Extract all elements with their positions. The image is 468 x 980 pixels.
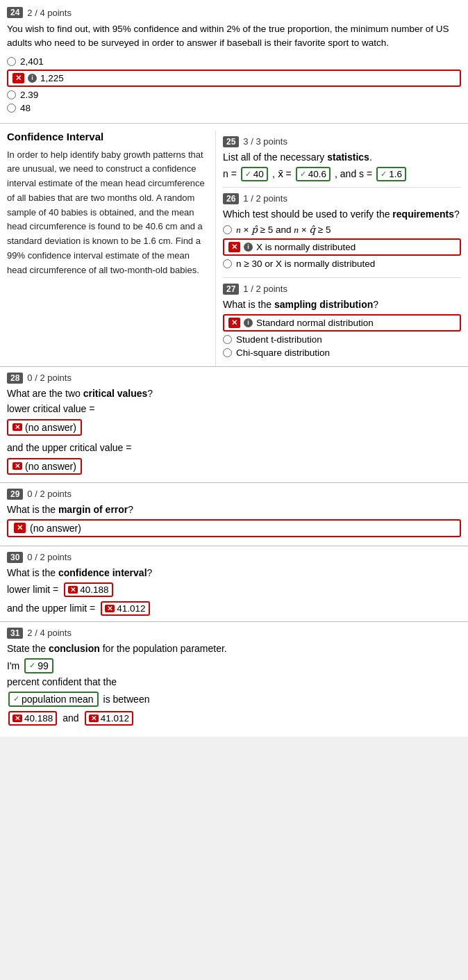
q27-option-1-text: Standard normal distribution	[256, 318, 374, 328]
ci-body: In order to help identify baby growth pa…	[7, 148, 206, 278]
info-dot: i	[28, 74, 37, 83]
q26-option-1[interactable]: n × p̂ ≥ 5 and n × q̂ ≥ 5	[223, 224, 461, 236]
q30-upper-input[interactable]: ✕ 41.012	[101, 601, 149, 616]
q25-n-input[interactable]: ✓ 40	[241, 167, 268, 181]
q27-option-3[interactable]: Chi-square distribution	[223, 348, 461, 358]
q24-points: 2 / 4 points	[27, 8, 72, 18]
q25-s-input[interactable]: ✓ 1.6	[376, 167, 406, 181]
q29-badge: 29	[7, 489, 23, 500]
q25-s-label: , and s =	[335, 168, 372, 179]
check-icon: ✓	[245, 170, 251, 179]
q31-upper-input[interactable]: ✕ 41.012	[85, 711, 133, 726]
q31-section: 31 2 / 4 points State the conclusion for…	[0, 621, 468, 737]
check-icon: ✓	[300, 170, 306, 179]
q24-text: You wish to find out, with 95% confidenc…	[7, 22, 461, 51]
q27-bold: sampling distribution	[274, 299, 373, 310]
q29-bold: margin of error	[58, 504, 128, 515]
q30-upper-clear[interactable]: ✕	[105, 605, 115, 612]
q29-text: What is the	[7, 504, 56, 515]
q24-selected-option[interactable]: ✕ i 1,225	[7, 70, 461, 87]
q28-upper-input[interactable]: ✕ (no answer)	[7, 458, 82, 475]
q30-points: 0 / 2 points	[27, 552, 72, 562]
info-dot: i	[244, 318, 253, 327]
q28-upper-clear[interactable]: ✕	[12, 462, 22, 470]
radio-circle	[223, 335, 232, 344]
q31-upper-clear[interactable]: ✕	[89, 714, 99, 722]
info-dot: i	[244, 243, 253, 252]
q29-points: 0 / 2 points	[27, 489, 72, 499]
q28-lower-label: lower critical value =	[7, 403, 94, 414]
q24-option-4[interactable]: 48	[7, 103, 461, 113]
q30-lower-clear[interactable]: ✕	[68, 586, 78, 594]
q31-pop-mean-val: population mean	[22, 694, 94, 705]
q24-option-2-text: 1,225	[40, 73, 64, 83]
q25-s-val: 1.6	[389, 169, 402, 179]
q31-pop-mean-input[interactable]: ✓ population mean	[8, 692, 99, 707]
q31-lower-clear[interactable]: ✕	[12, 714, 22, 722]
radio-circle	[7, 90, 16, 99]
q28-badge: 28	[7, 373, 23, 384]
radio-circle	[223, 348, 232, 357]
q30-bold: confidence interval	[58, 567, 147, 578]
q31-lower-val: 40.188	[24, 713, 53, 724]
q28-lower-clear[interactable]: ✕	[12, 423, 22, 431]
q25-xbar-val: 40.6	[308, 169, 326, 179]
q29-val: (no answer)	[30, 523, 81, 534]
q25-xbar-label: , x̄ =	[272, 168, 292, 179]
q24-option-1[interactable]: 2,401	[7, 56, 461, 67]
q27-option-2[interactable]: Student t-distribution	[223, 334, 461, 345]
q26-selected-option[interactable]: ✕ i X is normally distributed	[223, 238, 461, 256]
q28-lower-input[interactable]: ✕ (no answer)	[7, 419, 82, 436]
q31-text: State the	[7, 643, 46, 654]
q31-points: 2 / 4 points	[27, 628, 72, 638]
q27-deselect-button[interactable]: ✕	[228, 318, 240, 328]
q27-option-3-text: Chi-square distribution	[236, 348, 330, 358]
q27-points: 1 / 2 points	[243, 284, 287, 294]
q31-lower-input[interactable]: ✕ 40.188	[8, 711, 57, 726]
q26-option-3[interactable]: n ≥ 30 or X is normally distributed	[223, 259, 461, 269]
radio-circle	[7, 57, 16, 66]
q28-lower-val: (no answer)	[25, 422, 76, 433]
q26-option-3-text: n ≥ 30 or X is normally distributed	[236, 259, 375, 269]
q24-badge: 24	[7, 7, 23, 18]
q25-points: 3 / 3 points	[243, 136, 287, 147]
q27-selected-option[interactable]: ✕ i Standard normal distribution	[223, 314, 461, 332]
q28-text: What are the two	[7, 388, 81, 399]
q31-bold: conclusion	[49, 643, 100, 654]
q26-badge: 26	[223, 193, 239, 204]
q26-deselect-button[interactable]: ✕	[228, 242, 240, 252]
q27-option-2-text: Student t-distribution	[236, 334, 322, 345]
ci-title: Confidence Interval	[7, 131, 206, 142]
q24-option-4-text: 48	[20, 103, 31, 113]
radio-circle	[7, 104, 16, 113]
q24-option-3[interactable]: 2.39	[7, 90, 461, 100]
q26-points: 1 / 2 points	[243, 193, 287, 204]
q24-option-3-text: 2.39	[20, 90, 38, 100]
q26-bold: requirements	[392, 209, 454, 220]
check-icon: ✓	[29, 661, 35, 670]
q24-deselect-button[interactable]: ✕	[12, 73, 24, 83]
q28-section: 28 0 / 2 points What are the two critica…	[0, 366, 468, 482]
q25-section: 25 3 / 3 points List all of the necessar…	[223, 131, 461, 188]
q31-im-label: I'm	[7, 660, 19, 671]
q28-upper-label: and the upper critical value =	[7, 442, 131, 453]
q31-percent-input[interactable]: ✓ 99	[24, 658, 53, 673]
q30-text: What is the	[7, 567, 56, 578]
q24-option-1-text: 2,401	[20, 56, 44, 67]
q31-is-between: is between	[103, 694, 150, 705]
q27-badge: 27	[223, 284, 239, 295]
q29-answer-box[interactable]: ✕ (no answer)	[7, 519, 461, 537]
q26-text: Which test should be used to verify the	[223, 209, 390, 220]
q29-clear-button[interactable]: ✕	[14, 523, 26, 533]
q30-section: 30 0 / 2 points What is the confidence i…	[0, 546, 468, 621]
q29-section: 29 0 / 2 points What is the margin of er…	[0, 482, 468, 546]
q30-badge: 30	[7, 552, 23, 563]
radio-circle	[223, 259, 232, 268]
q28-points: 0 / 2 points	[27, 373, 72, 383]
q25-xbar-input[interactable]: ✓ 40.6	[296, 167, 331, 181]
q30-lower-input[interactable]: ✕ 40.188	[64, 582, 112, 597]
q25-n-val: 40	[253, 169, 264, 179]
q30-lower-val: 40.188	[80, 585, 108, 595]
q25-text: List all of the necessary	[223, 152, 324, 163]
q26-option-2-text: X is normally distributed	[256, 242, 356, 252]
